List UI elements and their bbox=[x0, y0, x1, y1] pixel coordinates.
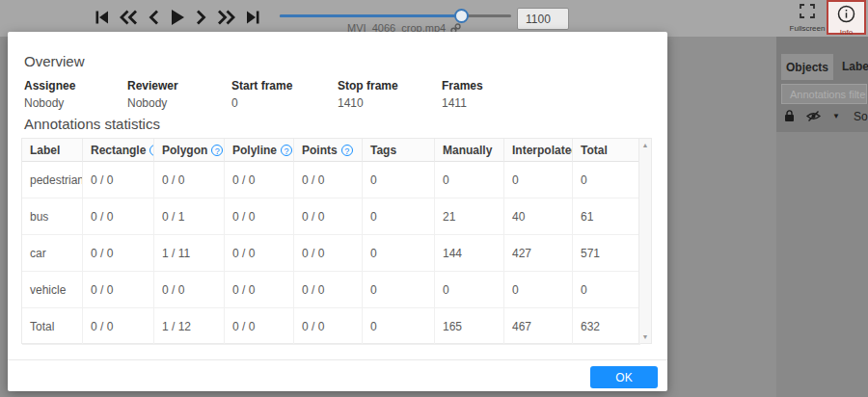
help-icon[interactable] bbox=[341, 145, 353, 156]
column-label: Manually bbox=[443, 144, 492, 157]
table-cell: 0 / 0 bbox=[83, 235, 154, 272]
overview-field: Start frame0 bbox=[231, 79, 292, 110]
annotations-statistics-table: LabelRectanglePolygonPolylinePointsTagsM… bbox=[21, 138, 652, 344]
column-label: Label bbox=[30, 144, 60, 157]
table-cell: 0 bbox=[435, 272, 504, 308]
table-cell: 0 bbox=[504, 162, 573, 198]
backward-jump-icon[interactable] bbox=[120, 10, 138, 25]
table-header-cell: Points bbox=[294, 139, 363, 162]
lock-icon[interactable] bbox=[784, 110, 795, 122]
table-cell: 21 bbox=[435, 198, 504, 235]
scroll-down-icon[interactable]: ▼ bbox=[639, 333, 651, 340]
table-cell: 0 / 0 bbox=[294, 235, 363, 272]
overview-title: Overview bbox=[24, 53, 85, 69]
overview-field-value: 1410 bbox=[338, 96, 398, 110]
table-cell: 0 bbox=[573, 272, 640, 308]
table-cell: 40 bbox=[504, 198, 573, 235]
table-cell: 0 / 0 bbox=[225, 272, 294, 308]
previous-frame-icon[interactable] bbox=[149, 10, 159, 25]
table-cell: 0 bbox=[363, 235, 435, 272]
table-cell: 0 / 0 bbox=[83, 162, 154, 198]
last-frame-icon[interactable] bbox=[246, 10, 260, 25]
table-cell: 0 bbox=[363, 308, 435, 345]
modal-footer-divider bbox=[8, 359, 667, 360]
table-header-cell: Label bbox=[22, 139, 83, 162]
table-cell: 0 / 1 bbox=[154, 198, 225, 235]
column-label: Total bbox=[581, 144, 608, 157]
table-cell: 571 bbox=[573, 235, 640, 272]
table-cell: 0 / 0 bbox=[225, 235, 294, 272]
filter-placeholder: Annotations filters bbox=[790, 89, 867, 100]
column-label: Points bbox=[302, 144, 338, 157]
tab-objects-label: Objects bbox=[786, 61, 828, 74]
row-label-cell: pedestrian bbox=[22, 162, 83, 198]
table-cell: 144 bbox=[435, 235, 504, 272]
table-cell: 0 / 0 bbox=[294, 198, 363, 235]
table-cell: 0 / 0 bbox=[154, 162, 225, 198]
fullscreen-button[interactable]: Fullscreen bbox=[787, 4, 827, 33]
table-cell: 0 bbox=[363, 272, 435, 308]
table-cell: 0 / 0 bbox=[83, 198, 154, 235]
table-header-cell: Interpolated bbox=[504, 139, 573, 162]
ok-button[interactable]: OK bbox=[590, 366, 658, 388]
table-header-cell: Tags bbox=[363, 139, 435, 162]
table-cell: 165 bbox=[435, 308, 504, 345]
overview-field-label: Reviewer bbox=[127, 79, 178, 93]
row-label-cell: car bbox=[22, 235, 83, 272]
first-frame-icon[interactable] bbox=[95, 10, 109, 25]
stats-title: Annotations statistics bbox=[24, 116, 160, 132]
playback-controls bbox=[95, 7, 260, 28]
table-cell: 61 bbox=[573, 198, 640, 235]
help-icon[interactable] bbox=[281, 145, 292, 156]
info-label: Info bbox=[828, 28, 864, 37]
overview-field-value: 1411 bbox=[442, 96, 483, 110]
row-label-cell: Total bbox=[22, 308, 83, 345]
fullscreen-icon bbox=[800, 4, 815, 18]
table-cell: 0 bbox=[504, 272, 573, 308]
table-row: bus0 / 00 / 10 / 00 / 00214061 bbox=[22, 198, 651, 235]
overview-field: AssigneeNobody bbox=[24, 79, 75, 110]
table-cell: 0 bbox=[435, 162, 504, 198]
table-header-cell: Manually bbox=[435, 139, 504, 162]
table-cell: 0 / 0 bbox=[154, 272, 225, 308]
column-label: Rectangle bbox=[91, 144, 146, 157]
frame-number-input[interactable] bbox=[517, 8, 569, 30]
tab-objects[interactable]: Objects bbox=[781, 54, 833, 80]
column-label: Polygon bbox=[162, 144, 207, 157]
info-circle-icon bbox=[837, 5, 855, 23]
table-header-cell: Polygon bbox=[154, 139, 225, 162]
tab-labels[interactable]: Labels bbox=[842, 60, 868, 73]
next-frame-icon[interactable] bbox=[196, 10, 206, 25]
overview-field: Frames1411 bbox=[442, 79, 483, 110]
table-cell: 0 / 0 bbox=[225, 198, 294, 235]
column-label: Interpolated bbox=[512, 144, 573, 157]
overview-field-value: Nobody bbox=[127, 96, 178, 110]
overview-field-label: Frames bbox=[442, 79, 483, 93]
annotations-filter-input[interactable]: Annotations filters bbox=[781, 84, 867, 104]
slider-handle[interactable] bbox=[454, 9, 469, 23]
hide-eye-icon[interactable] bbox=[806, 110, 821, 122]
table-scrollbar[interactable]: ▲ ▼ bbox=[638, 139, 651, 343]
overview-field-label: Stop frame bbox=[338, 79, 398, 93]
overview-field-label: Assignee bbox=[24, 79, 75, 93]
caret-down-icon[interactable]: ▼ bbox=[832, 112, 840, 120]
overview-field-value: 0 bbox=[231, 96, 292, 110]
info-button[interactable]: Info bbox=[827, 0, 866, 35]
sidepanel-toolbar: ▼ bbox=[784, 110, 840, 122]
table-row: Total0 / 01 / 120 / 00 / 00165467632 bbox=[22, 308, 651, 345]
table-cell: 467 bbox=[504, 308, 573, 345]
table-cell: 632 bbox=[573, 308, 640, 345]
forward-jump-icon[interactable] bbox=[217, 10, 235, 25]
sort-dropdown[interactable]: So bbox=[854, 110, 868, 123]
table-cell: 1 / 11 bbox=[154, 235, 225, 272]
help-icon[interactable] bbox=[211, 145, 223, 156]
table-cell: 1 / 12 bbox=[154, 308, 225, 345]
column-label: Polyline bbox=[232, 144, 277, 157]
slider-fill bbox=[280, 14, 460, 17]
table-header-row: LabelRectanglePolygonPolylinePointsTagsM… bbox=[22, 139, 651, 162]
sidepanel-header: Objects Labels Annotations filters ▼ So bbox=[776, 37, 868, 132]
play-icon[interactable] bbox=[170, 9, 185, 26]
table-row: vehicle0 / 00 / 00 / 00 / 00000 bbox=[22, 272, 651, 308]
scroll-up-icon[interactable]: ▲ bbox=[639, 142, 651, 148]
frame-slider[interactable] bbox=[280, 13, 511, 18]
